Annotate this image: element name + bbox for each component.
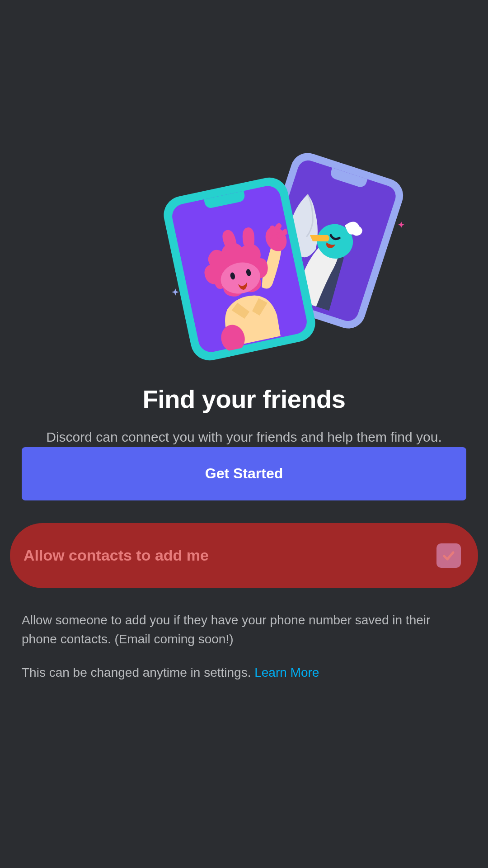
page-subtitle: Discord can connect you with your friend…	[46, 427, 441, 447]
toggle-description: Allow someone to add you if they have yo…	[22, 611, 466, 649]
page-title: Find your friends	[143, 384, 346, 414]
wumpus-character-icon	[176, 210, 309, 356]
checkmark-icon	[441, 548, 456, 563]
get-started-button[interactable]: Get Started	[22, 447, 466, 500]
allow-contacts-checkbox[interactable]	[436, 543, 461, 568]
sparkle-blue-icon	[172, 288, 179, 296]
allow-contacts-toggle-row[interactable]: Allow contacts to add me	[10, 523, 478, 588]
learn-more-link[interactable]: Learn More	[254, 665, 319, 679]
sparkle-pink-icon	[398, 222, 404, 228]
friends-illustration	[90, 158, 398, 357]
allow-contacts-label: Allow contacts to add me	[23, 547, 209, 564]
footer-message: This can be changed anytime in settings.	[22, 665, 254, 679]
footer-text: This can be changed anytime in settings.…	[22, 663, 466, 682]
